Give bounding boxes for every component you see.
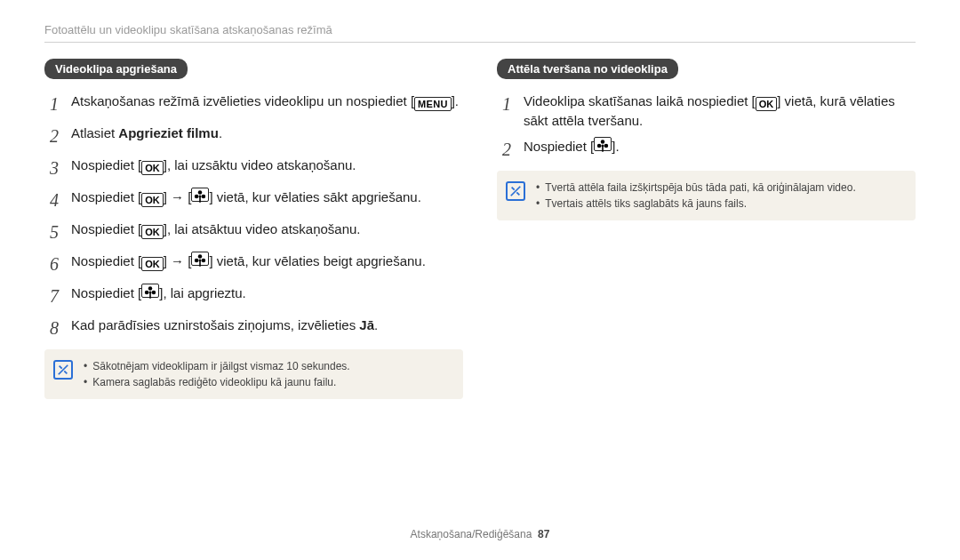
step-number: 1 bbox=[497, 92, 511, 116]
ok-button-icon: OK bbox=[141, 225, 164, 239]
svg-point-2 bbox=[202, 195, 206, 199]
step-text: Atskaņošanas režīmā izvēlieties videokli… bbox=[71, 92, 459, 111]
svg-point-16 bbox=[597, 144, 602, 148]
note-box: Sākotnējam videoklipam ir jāilgst vismaz… bbox=[44, 349, 463, 399]
step-number: 4 bbox=[44, 188, 59, 212]
step: 1 Atskaņošanas režīmā izvēlieties videok… bbox=[44, 92, 463, 116]
step-number: 1 bbox=[44, 92, 59, 116]
svg-point-10 bbox=[148, 286, 153, 291]
step: 1 Videoklipa skatīšanas laikā nospiediet… bbox=[497, 92, 916, 130]
step-number: 2 bbox=[497, 137, 511, 162]
note-list: Tvertā attēla faila izšķirtspēja būs tād… bbox=[536, 180, 856, 212]
step-text: Atlasiet Apgrieziet filmu. bbox=[71, 124, 222, 142]
svg-point-18 bbox=[602, 144, 604, 147]
ok-button-icon: OK bbox=[141, 257, 164, 271]
svg-point-3 bbox=[199, 195, 202, 197]
step-text: Kad parādīsies uznirstošais ziņojums, iz… bbox=[71, 316, 378, 334]
svg-point-7 bbox=[202, 259, 206, 263]
step-number: 2 bbox=[44, 124, 59, 148]
svg-point-13 bbox=[149, 291, 152, 293]
svg-point-0 bbox=[198, 190, 203, 195]
svg-rect-19 bbox=[602, 147, 604, 152]
left-section-title: Videoklipa apgriešana bbox=[44, 59, 188, 79]
ok-button-icon: OK bbox=[141, 161, 164, 175]
step-number: 8 bbox=[44, 316, 59, 340]
right-column: Attēla tveršana no videoklipa 1 Videokli… bbox=[497, 59, 916, 399]
breadcrumb: Fotoattēlu un videoklipu skatīšana atska… bbox=[44, 23, 916, 36]
step-text: Nospiediet [OK] → [] vietā, kur vēlaties… bbox=[71, 188, 421, 207]
svg-point-6 bbox=[195, 259, 199, 263]
svg-point-15 bbox=[601, 140, 605, 144]
macro-flower-icon bbox=[594, 137, 612, 151]
page: Fotoattēlu un videoklipu skatīšana atska… bbox=[0, 0, 960, 560]
info-icon bbox=[53, 360, 73, 380]
step-text: Nospiediet []. bbox=[524, 137, 620, 156]
note-item: Tvertais attēls tiks saglabāts kā jauns … bbox=[536, 196, 856, 212]
svg-point-12 bbox=[152, 291, 156, 295]
svg-point-1 bbox=[195, 195, 199, 199]
footer-section: Atskaņošana/Rediģēšana bbox=[411, 528, 532, 540]
note-item: Sākotnējam videoklipam ir jāilgst vismaz… bbox=[84, 358, 350, 374]
svg-point-17 bbox=[604, 144, 609, 148]
step-text: Nospiediet [OK] → [] vietā, kur vēlaties… bbox=[71, 252, 426, 271]
step-number: 3 bbox=[44, 156, 59, 180]
footer: Atskaņošana/Rediģēšana 87 bbox=[0, 528, 960, 540]
step: 2 Atlasiet Apgrieziet filmu. bbox=[44, 124, 463, 148]
note-item: Tvertā attēla faila izšķirtspēja būs tād… bbox=[536, 180, 856, 196]
step: 7 Nospiediet [], lai apgrieztu. bbox=[44, 284, 463, 308]
step: 4 Nospiediet [OK] → [] vietā, kur vēlati… bbox=[44, 188, 463, 212]
right-steps: 1 Videoklipa skatīšanas laikā nospiediet… bbox=[497, 92, 916, 162]
step-number: 5 bbox=[44, 220, 59, 244]
macro-flower-icon bbox=[141, 284, 159, 298]
step-number: 7 bbox=[44, 284, 59, 308]
step-text: Nospiediet [OK], lai atsāktuu video atsk… bbox=[71, 220, 361, 239]
macro-flower-icon bbox=[191, 188, 209, 202]
svg-rect-4 bbox=[200, 197, 202, 203]
step: 3 Nospiediet [OK], lai uzsāktu video ats… bbox=[44, 156, 463, 180]
left-steps: 1 Atskaņošanas režīmā izvēlieties videok… bbox=[44, 92, 463, 340]
content-columns: Videoklipa apgriešana 1 Atskaņošanas rež… bbox=[44, 59, 916, 399]
macro-flower-icon bbox=[191, 252, 209, 266]
right-section-title: Attēla tveršana no videoklipa bbox=[497, 59, 678, 79]
svg-point-11 bbox=[145, 291, 149, 295]
menu-button-icon: MENU bbox=[414, 97, 452, 111]
step: 5 Nospiediet [OK], lai atsāktuu video at… bbox=[44, 220, 463, 244]
note-box: Tvertā attēla faila izšķirtspēja būs tād… bbox=[497, 171, 916, 220]
svg-rect-14 bbox=[149, 293, 151, 299]
left-column: Videoklipa apgriešana 1 Atskaņošanas rež… bbox=[44, 59, 463, 399]
ok-button-icon: OK bbox=[141, 193, 164, 207]
page-number: 87 bbox=[538, 528, 549, 540]
info-icon bbox=[506, 181, 525, 201]
note-list: Sākotnējam videoklipam ir jāilgst vismaz… bbox=[84, 358, 350, 390]
svg-rect-9 bbox=[200, 261, 202, 267]
svg-point-8 bbox=[199, 259, 202, 261]
svg-point-5 bbox=[198, 254, 203, 259]
step-number: 6 bbox=[44, 252, 59, 276]
step-text: Nospiediet [], lai apgrieztu. bbox=[71, 284, 246, 302]
step: 6 Nospiediet [OK] → [] vietā, kur vēlati… bbox=[44, 252, 463, 276]
note-item: Kamera saglabās rediģēto videoklipu kā j… bbox=[84, 374, 350, 390]
step: 8 Kad parādīsies uznirstošais ziņojums, … bbox=[44, 316, 463, 340]
header-divider bbox=[44, 42, 916, 43]
step-text: Nospiediet [OK], lai uzsāktu video atska… bbox=[71, 156, 356, 175]
ok-button-icon: OK bbox=[756, 97, 778, 111]
step-text: Videoklipa skatīšanas laikā nospiediet [… bbox=[524, 92, 916, 130]
step: 2 Nospiediet []. bbox=[497, 137, 916, 162]
